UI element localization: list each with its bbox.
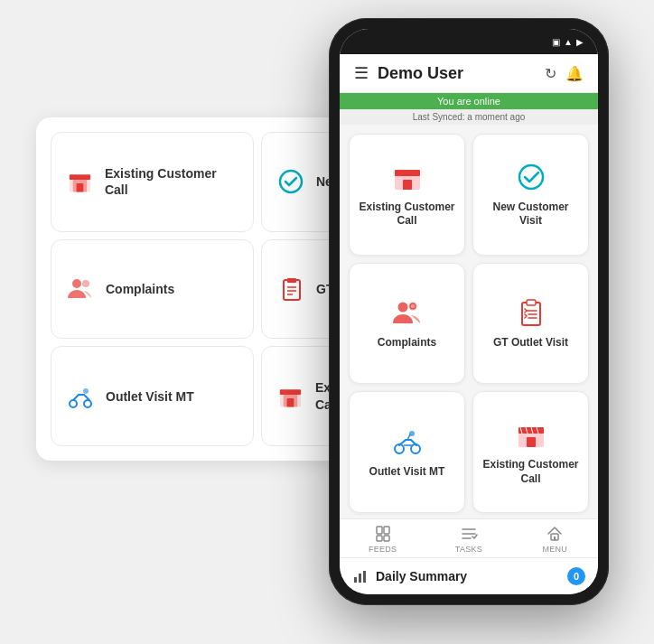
bg-item-3: Complaints [51,239,254,340]
nav-item-feeds[interactable]: FEEDS [340,525,425,554]
phone: ▣ ▲ ▶ ☰ Demo User ↻ 🔔 You are online Las [329,18,609,605]
bg-check-icon [276,167,305,196]
svg-point-4 [280,171,302,192]
tasks-icon [460,525,478,543]
bg-store-icon-2 [276,382,304,411]
bg-clipboard-icon [276,275,305,303]
header-title: Demo User [378,64,536,83]
hamburger-button[interactable]: ☰ [354,63,369,83]
grid-label-2: New Customer Visit [481,201,581,229]
signal-icon: ▣ [552,37,560,47]
bottom-nav: FEEDS TASKS [340,518,598,557]
bell-icon[interactable]: 🔔 [565,65,584,82]
svg-point-13 [84,400,91,407]
people-icon [391,296,424,329]
svg-rect-17 [280,389,301,395]
svg-point-23 [397,303,407,313]
svg-rect-20 [395,170,420,176]
check-circle-icon [515,161,547,193]
svg-point-6 [82,280,89,287]
nav-label-menu: MENU [542,545,567,554]
sync-banner: Last Synced: a moment ago [340,109,598,125]
svg-rect-2 [70,175,90,181]
bg-label-3: Complaints [106,281,174,297]
grid-item-new-customer-visit[interactable]: New Customer Visit [472,134,589,256]
store-icon-1 [391,161,424,193]
scene: Existing Customer Call New Customer Visi… [0,0,654,644]
nav-item-menu[interactable]: MENU [512,525,598,554]
svg-rect-45 [384,536,389,541]
bg-store-icon-1 [66,167,94,196]
phone-outer: ▣ ▲ ▶ ☰ Demo User ↻ 🔔 You are online Las [329,18,609,605]
daily-summary-title: Daily Summary [376,569,560,583]
scooter-icon [391,425,424,458]
app-header: ☰ Demo User ↻ 🔔 [340,54,598,93]
svg-rect-44 [377,536,382,541]
bg-people-icon [66,275,95,303]
svg-rect-27 [527,300,536,305]
grid-label-5: Outlet Visit MT [369,465,445,480]
svg-rect-8 [287,278,296,283]
svg-rect-42 [377,527,382,534]
refresh-icon[interactable]: ↻ [545,65,556,82]
svg-rect-50 [554,537,556,540]
chart-icon [352,568,369,584]
grid-label-1: Existing Customer Call [357,201,457,229]
grid-item-outlet-visit-mt[interactable]: Outlet Visit MT [349,391,465,513]
grid-item-existing-customer-call-2[interactable]: Existing Customer Call [472,391,589,513]
bg-item-1: Existing Customer Call [51,132,254,232]
nav-label-feeds: FEEDS [369,545,397,554]
svg-point-22 [519,165,543,189]
clipboard-icon [515,296,547,329]
svg-rect-37 [527,437,536,447]
svg-rect-3 [77,183,84,192]
grid-label-3: Complaints [378,336,436,350]
svg-rect-52 [359,574,361,583]
svg-rect-7 [284,280,300,300]
bg-scooter-icon [66,382,95,411]
phone-screen: ▣ ▲ ▶ ☰ Demo User ↻ 🔔 You are online Las [340,29,598,594]
bg-label-5: Outlet Visit MT [106,388,194,405]
daily-summary-bar[interactable]: Daily Summary 0 [340,557,598,594]
header-icons: ↻ 🔔 [545,65,584,82]
svg-rect-21 [403,180,412,190]
online-banner: You are online [340,93,598,109]
svg-rect-53 [363,571,366,583]
svg-point-12 [70,400,77,407]
store-icon-2 [515,418,547,451]
status-bar: ▣ ▲ ▶ [340,29,598,54]
grid-label-4: GT Outlet Visit [493,336,568,350]
svg-rect-51 [354,577,357,583]
svg-point-33 [409,431,415,436]
nav-item-tasks[interactable]: TASKS [425,525,511,554]
grid-item-gt-outlet-visit[interactable]: GT Outlet Visit [472,263,589,385]
battery-icon: ▶ [576,37,584,47]
daily-summary-badge: 0 [567,567,585,585]
feeds-icon [374,525,392,543]
bg-label-1: Existing Customer Call [105,165,238,198]
svg-rect-18 [287,398,294,407]
main-grid: Existing Customer Call New Customer Visi… [340,125,598,518]
nav-label-tasks: TASKS [455,545,482,554]
svg-rect-43 [384,527,389,534]
grid-item-existing-customer-call-1[interactable]: Existing Customer Call [349,134,465,256]
svg-point-5 [72,279,81,288]
wifi-icon: ▲ [564,37,573,47]
grid-item-complaints[interactable]: Complaints [349,263,465,385]
svg-point-14 [83,388,89,394]
bg-item-5: Outlet Visit MT [51,346,254,446]
grid-label-6: Existing Customer Call [481,458,581,486]
menu-home-icon [546,525,564,543]
